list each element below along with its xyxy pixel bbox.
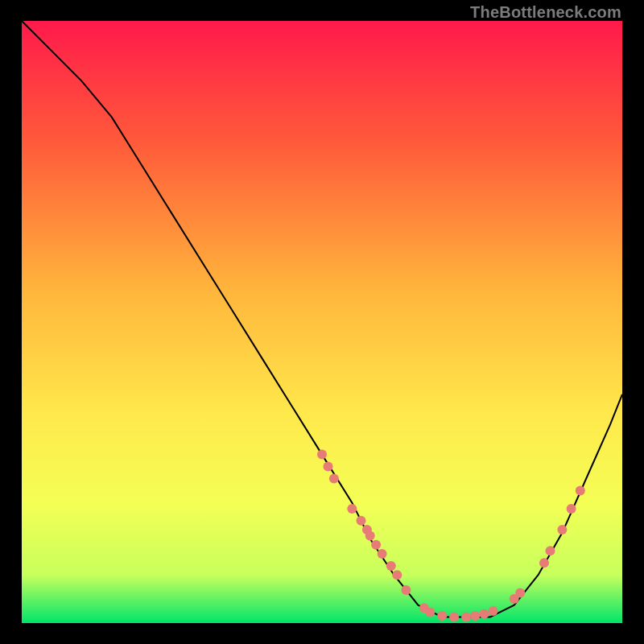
marker-dot [449,613,459,622]
marker-dot [576,485,585,495]
marker-dot [546,546,555,555]
marker-dot [401,585,411,595]
marker-dot [470,611,480,621]
watermark-text: TheBottleneck.com [470,3,621,22]
marker-dot [371,540,381,550]
chart-container: TheBottleneck.com [0,0,644,644]
marker-dot [515,588,525,598]
marker-dot [365,531,375,541]
marker-dot [378,549,387,559]
marker-dot [437,611,447,621]
plot-background [22,21,622,623]
marker-dot [392,570,402,580]
marker-dot [557,525,567,535]
marker-dot [357,516,366,526]
marker-dot [386,561,396,571]
marker-dot [347,504,357,514]
marker-dot [567,504,576,514]
marker-dot [324,462,333,472]
marker-dot [425,608,435,617]
marker-dot [461,613,471,622]
chart-svg [0,0,644,644]
marker-dot [317,450,327,460]
marker-dot [329,474,339,484]
marker-dot [539,558,549,568]
marker-dot [479,609,489,619]
marker-dot [489,606,498,616]
